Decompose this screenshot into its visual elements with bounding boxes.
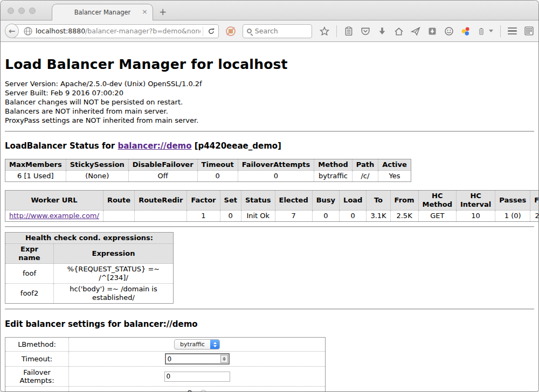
- download-icon[interactable]: [377, 26, 387, 36]
- url-bar[interactable]: localhost:8880/balancer-manager?b=demo&n…: [12, 24, 219, 38]
- addon-download-icon[interactable]: [427, 26, 437, 36]
- table-cell: 0: [220, 211, 241, 222]
- col-header: Route: [103, 191, 134, 211]
- feedback-smiley-icon[interactable]: [444, 26, 454, 36]
- col-header: Elected: [275, 191, 312, 211]
- toolbar-icons: [320, 25, 534, 37]
- table-row: foof2 hc('body') =~ /domain is establish…: [5, 284, 174, 304]
- search-bar[interactable]: Search: [243, 24, 312, 38]
- table-cell: /c/: [352, 171, 378, 182]
- worker-url-link[interactable]: http://www.example.com/: [9, 212, 99, 220]
- colored-dots-addon-icon[interactable]: [461, 26, 471, 36]
- form-cell: [69, 367, 326, 387]
- worker-table: Worker URL Route RouteRedir Factor Set S…: [5, 190, 538, 222]
- search-placeholder: Search: [255, 27, 278, 35]
- tab-title: Balancer Manager: [74, 9, 131, 16]
- col-header: StickySession: [66, 159, 128, 171]
- failover-attempts-input[interactable]: [164, 372, 230, 382]
- col-header: Load: [340, 191, 367, 211]
- table-cell: bytraffic: [314, 171, 352, 182]
- col-header: Expr name: [5, 244, 54, 264]
- bookmark-star-icon[interactable]: [320, 26, 329, 36]
- number-stepper-icon[interactable]: [220, 355, 228, 363]
- col-header: Set: [220, 191, 241, 211]
- divider: [5, 226, 534, 227]
- back-button[interactable]: ←: [5, 24, 19, 38]
- disable-failover-label: Disable Failover:: [5, 387, 69, 392]
- col-header: RouteRedir: [135, 191, 187, 211]
- table-header-row: Worker URL Route RouteRedir Factor Set S…: [5, 191, 539, 211]
- tab-balancer-manager[interactable]: Balancer Manager ×: [52, 4, 153, 20]
- tab-close-icon[interactable]: ×: [142, 8, 148, 16]
- col-header: DisableFailover: [128, 159, 197, 171]
- timeout-input[interactable]: [165, 353, 230, 365]
- battery-addon-icon[interactable]: [478, 26, 485, 36]
- col-header: Expression: [54, 244, 174, 264]
- disable-failover-on-radio[interactable]: [200, 390, 207, 391]
- col-header: From: [390, 191, 418, 211]
- table-cell: Yes: [378, 171, 411, 182]
- expression-cell: hc('body') =~ /domain is established/: [54, 284, 174, 304]
- form-row: Failover Attempts:: [5, 367, 326, 387]
- chevron-down-icon[interactable]: [489, 30, 493, 32]
- tab-bar: Balancer Manager × +: [1, 1, 538, 20]
- server-built-line: Server Built: Feb 9 2016 07:00:20: [5, 88, 534, 97]
- select-stepper-icon: [210, 340, 219, 349]
- form-cell: bytraffic: [69, 338, 326, 352]
- col-header: To: [367, 191, 390, 211]
- url-host: localhost:8880: [36, 27, 85, 35]
- lbmethod-select[interactable]: bytraffic: [174, 339, 220, 349]
- form-row: Disable Failover: On Off: [5, 387, 326, 392]
- col-header: Status: [241, 191, 275, 211]
- health-check-table: Health check cond. expressions: Expr nam…: [5, 232, 174, 304]
- url-text[interactable]: localhost:8880/balancer-manager?b=demo&n…: [36, 27, 201, 35]
- col-header: MaxMembers: [5, 159, 66, 171]
- minimize-window-button[interactable]: [18, 8, 25, 14]
- table-cell: 0: [238, 171, 314, 182]
- pocket-icon[interactable]: [361, 26, 370, 36]
- table-cell: (None): [66, 171, 128, 182]
- table-cell: [103, 211, 134, 222]
- table-title-row: Health check cond. expressions:: [5, 233, 174, 244]
- col-header: Factor: [187, 191, 220, 211]
- home-icon[interactable]: [394, 26, 404, 36]
- col-header: HC Method: [418, 191, 456, 211]
- send-tab-icon[interactable]: [411, 26, 420, 36]
- col-header: Active: [378, 159, 411, 171]
- server-version-line: Server Version: Apache/2.5.0-dev (Unix) …: [5, 79, 534, 88]
- table-cell: 3.1K: [367, 211, 390, 222]
- page-title: Load Balancer Manager for localhost: [5, 57, 534, 72]
- globe-icon: [23, 26, 33, 36]
- table-cell: 1 (0): [495, 211, 530, 222]
- col-header: Passes: [495, 191, 530, 211]
- expr-name-cell: foof: [5, 264, 54, 284]
- table-cell: 0: [197, 171, 238, 182]
- col-header: HC Interval: [456, 191, 495, 211]
- reload-button[interactable]: [205, 25, 217, 37]
- col-header: FailoverAttempts: [238, 159, 314, 171]
- close-window-button[interactable]: [8, 8, 14, 14]
- tab-groups-icon[interactable]: [524, 26, 534, 36]
- reading-list-icon[interactable]: [344, 26, 354, 36]
- form-cell: [69, 352, 326, 367]
- divider: [5, 131, 534, 132]
- health-table-title: Health check cond. expressions:: [5, 233, 174, 244]
- window-controls: [8, 8, 36, 14]
- zoom-window-button[interactable]: [29, 8, 36, 14]
- content-block-icon[interactable]: [226, 26, 235, 36]
- balancer-demo-link[interactable]: balancer://demo: [118, 141, 191, 151]
- form-row: Timeout:: [5, 352, 326, 367]
- balancer-status-table: MaxMembers StickySession DisableFailover…: [5, 159, 411, 182]
- table-header-row: Expr name Expression: [5, 244, 174, 264]
- menu-icon[interactable]: [508, 27, 517, 35]
- radio-on-row: On: [72, 388, 322, 391]
- col-header: Path: [352, 159, 378, 171]
- expression-cell: %{REQUEST_STATUS} =~ /^[234]/: [54, 264, 174, 284]
- failover-attempts-label: Failover Attempts:: [5, 367, 69, 387]
- table-header-row: MaxMembers StickySession DisableFailover…: [5, 159, 411, 171]
- divider: [5, 309, 534, 310]
- table-cell: Init Ok: [241, 211, 275, 222]
- inherit-note-line: Balancers are NOT inherited from main se…: [5, 107, 534, 116]
- new-tab-button[interactable]: +: [159, 6, 167, 17]
- toolbar-separator: [500, 25, 501, 37]
